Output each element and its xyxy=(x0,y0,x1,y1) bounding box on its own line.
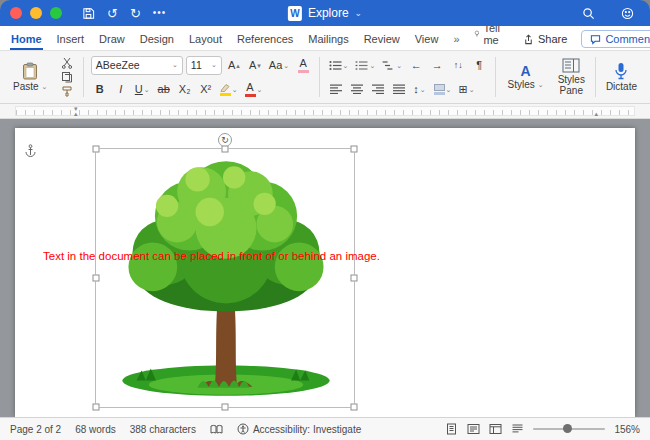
borders-button[interactable]: ⊞⌄ xyxy=(456,80,476,98)
tab-overflow-icon[interactable]: » xyxy=(452,30,460,50)
share-button[interactable]: Share xyxy=(517,31,573,47)
bullet-list-button[interactable]: ⌄ xyxy=(327,56,351,74)
align-center-button[interactable] xyxy=(348,80,366,98)
italic-button[interactable]: I xyxy=(112,80,130,98)
feedback-smiley-icon[interactable] xyxy=(621,7,634,20)
highlight-button[interactable]: ⌄ xyxy=(218,80,240,98)
styles-button[interactable]: A Styles ⌄ xyxy=(503,55,549,99)
justify-button[interactable] xyxy=(390,80,408,98)
strikethrough-button[interactable]: ab xyxy=(155,80,173,98)
copy-icon[interactable] xyxy=(58,70,76,84)
clear-formatting-label: A xyxy=(300,58,307,69)
font-name-select[interactable]: ABeeZee ⌄ xyxy=(91,56,183,75)
numbered-list-icon xyxy=(355,60,368,71)
bold-button[interactable]: B xyxy=(91,80,109,98)
comments-button[interactable]: Comments xyxy=(581,30,650,48)
more-commands-icon[interactable]: ••• xyxy=(153,8,167,18)
paste-button[interactable]: Paste ⌄ xyxy=(8,55,52,99)
align-left-icon xyxy=(330,84,342,94)
cut-icon[interactable] xyxy=(58,56,76,70)
statusbar: Page 2 of 2 68 words 388 characters Acce… xyxy=(0,417,650,440)
word-count[interactable]: 68 words xyxy=(75,424,116,435)
tab-draw[interactable]: Draw xyxy=(98,30,126,50)
statusbar-right: 156% xyxy=(445,423,640,435)
zoom-level[interactable]: 156% xyxy=(614,424,640,435)
tree-image[interactable] xyxy=(100,153,352,405)
save-icon[interactable] xyxy=(82,7,95,20)
accessibility-status[interactable]: Accessibility: Investigate xyxy=(237,423,361,435)
styles-label: Styles xyxy=(508,79,535,90)
tab-view[interactable]: View xyxy=(414,30,440,50)
tab-references[interactable]: References xyxy=(236,30,294,50)
resize-handle-ne[interactable] xyxy=(351,146,358,153)
numbered-list-button[interactable]: ⌄ xyxy=(353,56,377,74)
zoom-slider-knob[interactable] xyxy=(563,424,572,433)
zoom-window-button[interactable] xyxy=(50,7,62,19)
multilevel-list-button[interactable]: ⌄ xyxy=(380,56,404,74)
tab-home[interactable]: Home xyxy=(10,30,43,50)
increase-indent-button[interactable]: → xyxy=(428,56,446,74)
undo-icon[interactable]: ↺ xyxy=(107,7,118,20)
show-paragraph-marks-button[interactable]: ¶ xyxy=(470,56,488,74)
tell-me-button[interactable]: Tell me xyxy=(474,22,505,50)
resize-handle-se[interactable] xyxy=(351,404,358,411)
superscript-button[interactable]: X² xyxy=(197,80,215,98)
change-case-label: Aa xyxy=(269,60,282,71)
indent-marker-bottom[interactable]: ▴ xyxy=(74,110,78,117)
align-left-button[interactable] xyxy=(327,80,345,98)
character-count[interactable]: 388 characters xyxy=(130,424,196,435)
document-title[interactable]: W Explore ⌄ xyxy=(288,0,362,26)
line-spacing-button[interactable]: ↕⌄ xyxy=(411,80,429,98)
subscript-button[interactable]: X₂ xyxy=(176,80,194,98)
resize-handle-e[interactable] xyxy=(351,275,358,282)
align-right-button[interactable] xyxy=(369,80,387,98)
shrink-font-button[interactable]: A▾ xyxy=(246,56,264,74)
ribbon-tabbar: Home Insert Draw Design Layout Reference… xyxy=(0,26,650,51)
resize-handle-s[interactable] xyxy=(222,404,229,411)
clear-formatting-button[interactable]: A xyxy=(294,56,312,74)
grow-font-button[interactable]: A▴ xyxy=(225,56,243,74)
titlebar: ↺ ↻ ••• W Explore ⌄ xyxy=(0,0,650,26)
image-selection-box[interactable]: ↻ xyxy=(95,148,355,408)
zoom-slider[interactable] xyxy=(533,428,605,430)
resize-handle-w[interactable] xyxy=(93,275,100,282)
format-painter-icon[interactable] xyxy=(58,84,76,98)
page-indicator[interactable]: Page 2 of 2 xyxy=(10,424,61,435)
font-color-bar xyxy=(245,94,256,97)
tab-review[interactable]: Review xyxy=(363,30,401,50)
styles-pane-label-1: Styles xyxy=(558,74,585,85)
search-icon[interactable] xyxy=(582,7,595,20)
focus-view-icon[interactable] xyxy=(467,423,480,435)
resize-handle-nw[interactable] xyxy=(93,146,100,153)
styles-pane-button[interactable]: Styles Pane xyxy=(553,55,590,99)
tab-layout[interactable]: Layout xyxy=(188,30,223,50)
close-window-button[interactable] xyxy=(10,7,22,19)
dictate-button[interactable]: Dictate xyxy=(601,55,642,99)
resize-handle-sw[interactable] xyxy=(93,404,100,411)
minimize-window-button[interactable] xyxy=(30,7,42,19)
accessibility-label: Accessibility: Investigate xyxy=(253,424,361,435)
document-page[interactable]: Text in the document can be placed in fr… xyxy=(15,128,635,417)
proofing-icon[interactable] xyxy=(210,424,223,435)
change-case-button[interactable]: Aa⌄ xyxy=(267,56,291,74)
web-layout-view-icon[interactable] xyxy=(489,423,502,435)
font-color-button[interactable]: A ⌄ xyxy=(243,80,265,98)
document-text[interactable]: Text in the document can be placed in fr… xyxy=(43,250,380,262)
tab-mailings[interactable]: Mailings xyxy=(307,30,349,50)
tab-insert[interactable]: Insert xyxy=(56,30,86,50)
titlebar-right xyxy=(576,7,640,20)
redo-icon[interactable]: ↻ xyxy=(130,7,141,20)
right-indent-marker[interactable]: ▴ xyxy=(594,110,598,117)
resize-handle-n[interactable] xyxy=(222,146,229,153)
font-size-select[interactable]: 11 ⌄ xyxy=(186,56,222,75)
decrease-indent-button[interactable]: ← xyxy=(407,56,425,74)
tab-design[interactable]: Design xyxy=(139,30,175,50)
shading-button[interactable]: ⌄ xyxy=(432,80,454,98)
sort-button[interactable]: ↑↓ xyxy=(449,56,467,74)
draft-view-icon[interactable] xyxy=(511,423,524,435)
window-controls xyxy=(10,7,62,19)
underline-button[interactable]: U⌄ xyxy=(133,80,152,98)
ruler[interactable]: ▾ ▴ ▴ xyxy=(0,104,650,119)
styles-chevron-icon: ⌄ xyxy=(538,81,544,89)
print-layout-view-icon[interactable] xyxy=(445,423,458,435)
